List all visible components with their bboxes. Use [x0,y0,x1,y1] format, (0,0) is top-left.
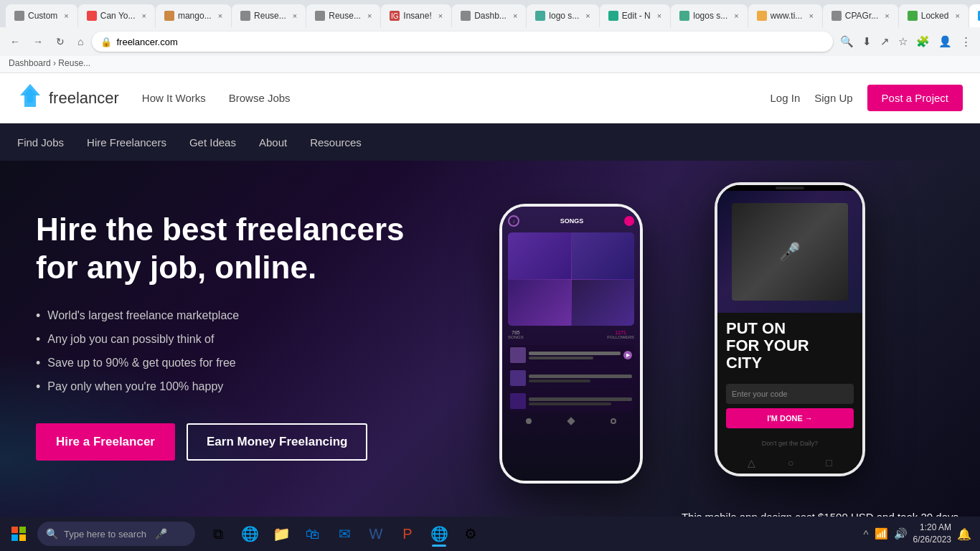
tab-label: Reuse... [254,11,286,21]
extension-button[interactable]: 🧩 [913,32,933,51]
tab-favicon [87,11,97,21]
back-button[interactable]: ← [6,33,24,50]
forward-button[interactable]: → [29,33,47,50]
tab-label: logos s... [693,11,727,21]
home-button[interactable]: ⌂ [73,33,88,50]
tab-can[interactable]: Can Yo... × [78,4,155,27]
taskbar-app-chrome[interactable]: 🌐 [425,519,453,548]
google-lens-button[interactable]: 🔍 [837,32,857,51]
tab-close[interactable]: × [885,11,889,20]
svg-rect-4 [11,534,18,541]
browse-jobs-link[interactable]: Browse Jobs [229,92,291,104]
tab-logo[interactable]: logo s... × [527,4,598,27]
notification-icon[interactable]: 🔔 [957,527,971,541]
nav-actions: Log In Sign Up Post a Project [771,85,963,111]
taskbar-app-taskview[interactable]: ⧉ [204,519,232,548]
taskbar-app-mail[interactable]: ✉ [330,519,359,548]
taskbar-search[interactable]: 🔍 Type here to search 🎤 [37,522,195,546]
hero-phones: ♪ SONGS [442,161,980,541]
mic-icon: 🎤 [155,528,167,540]
tab-label: CPAGr... [845,11,878,21]
tab-cpa[interactable]: CPAGr... × [823,4,898,27]
network-icon[interactable]: 📶 [875,527,888,540]
tab-close[interactable]: × [955,11,959,20]
find-jobs-link[interactable]: Find Jobs [17,125,64,160]
earn-money-button[interactable]: Earn Money Freelancing [187,423,368,461]
taskbar: 🔍 Type here to search 🎤 ⧉ 🌐 📁 🛍 ✉ W P 🌐 … [0,517,980,551]
phone-left: ♪ SONGS [499,204,643,484]
freelancer-page: freelancer How It Works Browse Jobs Log … [0,73,980,541]
tab-close[interactable]: × [585,11,590,20]
tab-reuse2[interactable]: Reuse... × [306,4,380,27]
taskbar-app-powerpoint[interactable]: P [393,519,422,548]
logo-text: freelancer [49,89,119,108]
taskbar-app-settings[interactable]: ⚙ [456,519,485,548]
get-ideas-link[interactable]: Get Ideas [189,125,236,160]
tab-dash[interactable]: Dashb... × [452,4,526,27]
tab-close[interactable]: × [809,11,813,20]
tab-close[interactable]: × [734,11,738,20]
bookmark-button[interactable]: ☆ [895,32,910,51]
tab-close[interactable]: × [367,11,372,20]
tab-label: Custom [28,11,57,21]
taskbar-app-explorer[interactable]: 📁 [267,519,296,548]
settings-button[interactable]: ⋮ [958,32,974,51]
taskbar-app-store[interactable]: 🛍 [298,519,327,548]
tab-favicon [757,11,767,21]
tab-label: Edit - N [622,11,651,21]
tab-favicon [240,11,250,21]
address-input[interactable]: freelancer.com [116,37,824,47]
address-bar: 🔒 freelancer.com [92,32,833,52]
tab-insane[interactable]: IG Insane! × [381,4,451,27]
tab-close[interactable]: × [293,11,297,20]
volume-icon[interactable]: 🔊 [894,527,908,540]
tab-close[interactable]: × [657,11,661,20]
tab-favicon [608,11,618,21]
hire-freelancers-link[interactable]: Hire Freelancers [87,125,166,160]
tab-custom[interactable]: Custom × [6,4,77,27]
profile-button[interactable]: 👤 [936,32,955,51]
hire-freelancer-button[interactable]: Hire a Freelancer [36,423,175,461]
login-link[interactable]: Log In [771,92,801,104]
share-button[interactable]: ↗ [877,32,892,51]
tab-close[interactable]: × [218,11,222,20]
taskbar-app-word[interactable]: W [362,519,390,548]
time-display: 1:20 AM [913,522,951,534]
post-project-button[interactable]: Post a Project [867,85,963,111]
hero-title: Hire the best freelancers for any job, o… [36,211,409,287]
tab-hire-active[interactable]: 🐦 Hir... × [969,4,980,27]
tab-favicon [315,11,325,21]
tab-locked[interactable]: Locked × [899,4,969,27]
im-done-label: I'M DONE → [767,414,813,423]
tray-chevron-icon[interactable]: ^ [864,528,869,540]
tab-edit[interactable]: Edit - N × [600,4,670,27]
tab-www[interactable]: www.ti... × [748,4,822,27]
tab-label: mango... [178,11,212,21]
taskbar-app-edge[interactable]: 🌐 [235,519,264,548]
tab-close[interactable]: × [438,11,443,20]
phone-right: 🎤 PUT ONFOR YOURCITY Enter your code [715,182,865,476]
tab-favicon [535,11,545,21]
resources-link[interactable]: Resources [310,125,362,160]
start-button[interactable] [3,518,34,550]
refresh-button[interactable]: ↻ [52,33,69,50]
tab-close[interactable]: × [64,11,68,20]
signup-link[interactable]: Sign Up [814,92,852,104]
tab-close[interactable]: × [142,11,146,20]
tray-time[interactable]: 1:20 AM 6/26/2023 [913,522,951,546]
tab-close[interactable]: × [513,11,517,20]
browser-controls: ← → ↻ ⌂ 🔒 freelancer.com 🔍 ⬇ ↗ ☆ 🧩 👤 ⋮ [0,27,980,56]
tab-favicon [461,11,471,21]
download-button[interactable]: ⬇ [859,32,875,51]
tab-logos2[interactable]: logos s... × [671,4,747,27]
tab-label: www.ti... [771,11,803,21]
tab-mango[interactable]: mango... × [156,4,231,27]
breadcrumb: Dashboard › Reuse... [0,56,980,73]
how-it-works-link[interactable]: How It Works [142,92,206,104]
tab-favicon [679,11,689,21]
tab-reuse1[interactable]: Reuse... × [232,4,306,27]
tab-favicon [908,11,918,21]
tab-label: Reuse... [329,11,361,21]
hero-content: Hire the best freelancers for any job, o… [0,161,445,541]
about-link[interactable]: About [259,125,287,160]
